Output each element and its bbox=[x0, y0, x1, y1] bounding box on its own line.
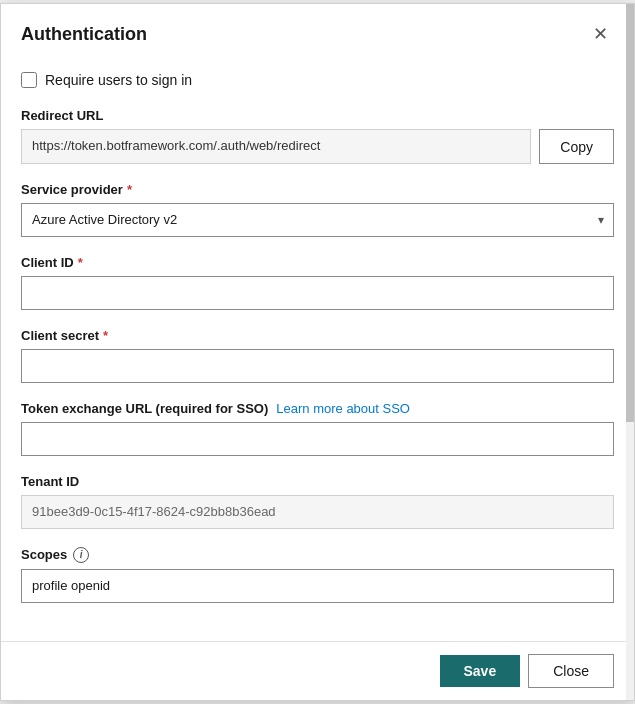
redirect-url-label: Redirect URL bbox=[21, 108, 614, 123]
client-secret-required: * bbox=[103, 328, 108, 343]
client-secret-group: Client secret * bbox=[21, 328, 614, 383]
service-provider-select-wrapper: Azure Active Directory v2 Google Faceboo… bbox=[21, 203, 614, 237]
modal-footer: Save Close bbox=[1, 641, 634, 700]
client-secret-label: Client secret * bbox=[21, 328, 614, 343]
redirect-url-display: https://token.botframework.com/.auth/web… bbox=[21, 129, 531, 163]
require-signin-label[interactable]: Require users to sign in bbox=[45, 72, 192, 88]
scopes-input[interactable] bbox=[21, 569, 614, 603]
copy-button[interactable]: Copy bbox=[539, 129, 614, 163]
tenant-id-input bbox=[21, 495, 614, 529]
save-button[interactable]: Save bbox=[440, 655, 521, 687]
require-signin-row: Require users to sign in bbox=[21, 72, 614, 88]
service-provider-select[interactable]: Azure Active Directory v2 Google Faceboo… bbox=[21, 203, 614, 237]
client-id-group: Client ID * bbox=[21, 255, 614, 310]
close-icon[interactable]: ✕ bbox=[586, 20, 614, 48]
token-exchange-label: Token exchange URL (required for SSO) bbox=[21, 401, 268, 416]
redirect-url-row: https://token.botframework.com/.auth/web… bbox=[21, 129, 614, 163]
redirect-url-group: Redirect URL https://token.botframework.… bbox=[21, 108, 614, 163]
client-secret-input[interactable] bbox=[21, 349, 614, 383]
tenant-id-label: Tenant ID bbox=[21, 474, 614, 489]
scopes-label-row: Scopes i bbox=[21, 547, 614, 563]
modal-title: Authentication bbox=[21, 24, 147, 45]
service-provider-group: Service provider * Azure Active Director… bbox=[21, 182, 614, 237]
token-exchange-input[interactable] bbox=[21, 422, 614, 456]
footer-close-button[interactable]: Close bbox=[528, 654, 614, 688]
sso-link[interactable]: Learn more about SSO bbox=[276, 401, 410, 416]
service-provider-required: * bbox=[127, 182, 132, 197]
scopes-group: Scopes i bbox=[21, 547, 614, 603]
scopes-label: Scopes bbox=[21, 547, 67, 562]
token-exchange-label-row: Token exchange URL (required for SSO) Le… bbox=[21, 401, 614, 416]
require-signin-checkbox[interactable] bbox=[21, 72, 37, 88]
service-provider-label: Service provider * bbox=[21, 182, 614, 197]
scopes-info-icon[interactable]: i bbox=[73, 547, 89, 563]
token-exchange-group: Token exchange URL (required for SSO) Le… bbox=[21, 401, 614, 456]
client-id-input[interactable] bbox=[21, 276, 614, 310]
client-id-required: * bbox=[78, 255, 83, 270]
modal-body: Require users to sign in Redirect URL ht… bbox=[1, 60, 634, 640]
modal-header: Authentication ✕ bbox=[1, 4, 634, 60]
client-id-label: Client ID * bbox=[21, 255, 614, 270]
tenant-id-group: Tenant ID bbox=[21, 474, 614, 529]
